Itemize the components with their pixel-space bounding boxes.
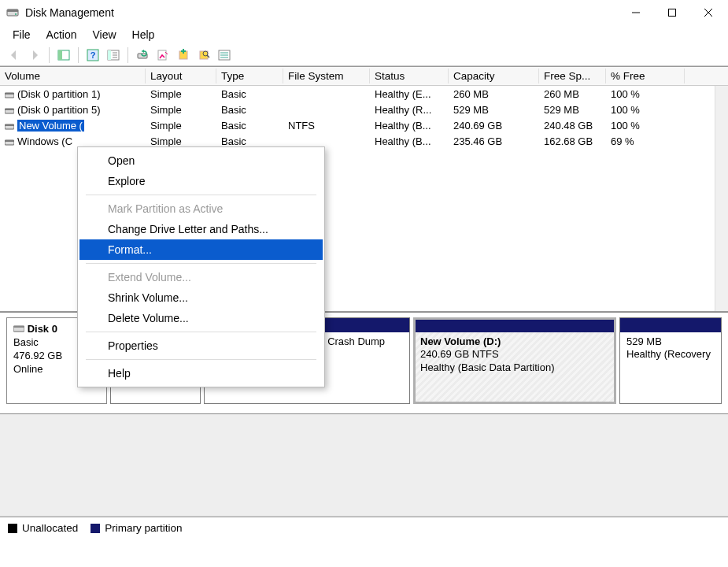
partition-size: 529 MB (626, 335, 715, 348)
partition-size: 240.69 GB NTFS (420, 348, 609, 361)
partition-color-band (414, 318, 615, 332)
cell-layout: Simple (146, 103, 216, 117)
column-header-capacity[interactable]: Capacity (449, 69, 539, 83)
toolbar-separator (127, 47, 128, 63)
svg-rect-1 (7, 9, 18, 12)
context-menu-item[interactable]: Explore (79, 171, 323, 191)
column-header-volume[interactable]: Volume (0, 69, 146, 83)
cell-free: 240.48 GB (539, 119, 606, 132)
context-menu-item[interactable]: Change Drive Letter and Paths... (79, 219, 323, 239)
svg-point-2 (15, 13, 17, 15)
disk-size: 476.92 GB (13, 350, 62, 361)
column-header-status[interactable]: Status (370, 69, 449, 83)
cell-fs (283, 109, 370, 110)
partition-status: Healthy (Recovery (626, 348, 715, 361)
list-button[interactable] (215, 46, 234, 65)
disk-type: Basic (13, 336, 39, 348)
cell-pct: 100 % (606, 87, 685, 101)
show-hide-tree-button[interactable] (54, 46, 73, 65)
menu-file[interactable]: File (5, 27, 39, 43)
menu-help[interactable]: Help (124, 27, 163, 43)
refresh-button[interactable] (133, 46, 152, 65)
context-menu-item: Mark Partition as Active (79, 198, 323, 219)
menu-bar: File Action View Help (0, 25, 728, 44)
svg-text:?: ? (91, 50, 96, 60)
forward-button[interactable] (25, 46, 44, 65)
cell-fs (283, 140, 370, 142)
drive-icon (5, 106, 14, 113)
column-header-type[interactable]: Type (216, 69, 283, 83)
title-bar: Disk Management (0, 0, 728, 25)
volume-row[interactable]: (Disk 0 partition 5)SimpleBasicHealthy (… (0, 102, 728, 117)
toolbar: ? (0, 44, 728, 66)
volume-list-header: Volume Layout Type File System Status Ca… (0, 67, 728, 86)
context-menu-item[interactable]: Properties (79, 335, 323, 356)
context-menu: OpenExploreMark Partition as ActiveChang… (77, 146, 325, 387)
cell-type: Basic (216, 87, 283, 101)
minimize-button[interactable] (618, 1, 654, 24)
help-button[interactable]: ? (83, 46, 102, 65)
cell-type: Basic (216, 119, 283, 132)
volume-name: (Disk 0 partition 1) (17, 88, 100, 100)
settings-button[interactable] (104, 46, 123, 65)
column-header-pctfree[interactable]: % Free (606, 69, 685, 83)
volume-name: Windows (C (17, 135, 72, 147)
column-header-layout[interactable]: Layout (146, 69, 216, 83)
partition-color-band (620, 318, 721, 332)
disk-name: Disk 0 (28, 323, 57, 335)
partition[interactable]: 529 MBHealthy (Recovery (619, 317, 722, 404)
context-menu-item[interactable]: Help (79, 363, 323, 384)
context-menu-item[interactable]: Delete Volume... (79, 308, 323, 328)
context-menu-item[interactable]: Format... (79, 239, 323, 260)
partition-name: New Volume (D:) (420, 335, 609, 348)
cell-layout: Simple (146, 119, 216, 132)
svg-rect-33 (5, 140, 14, 142)
disk-icon (13, 323, 24, 335)
cell-pct: 69 % (606, 135, 685, 148)
context-menu-item[interactable]: Shrink Volume... (79, 287, 323, 308)
toolbar-separator (78, 47, 79, 63)
legend-unallocated: Unallocated (8, 522, 78, 534)
rescan-button[interactable] (153, 46, 172, 65)
drive-icon (5, 137, 14, 145)
cell-status: Healthy (B... (370, 135, 449, 148)
app-icon (6, 6, 19, 19)
scrollbar[interactable] (715, 86, 728, 311)
cell-status: Healthy (E... (370, 87, 449, 101)
cell-capacity: 235.46 GB (449, 135, 539, 148)
new-button[interactable] (174, 46, 193, 65)
context-menu-item: Extend Volume... (79, 267, 323, 287)
svg-rect-4 (669, 9, 676, 17)
maximize-button[interactable] (654, 1, 690, 24)
cell-layout: Simple (146, 87, 216, 101)
back-button[interactable] (5, 46, 24, 65)
cell-fs (283, 93, 370, 94)
menu-separator (86, 263, 316, 264)
svg-rect-29 (5, 109, 14, 110)
cell-capacity: 260 MB (449, 87, 539, 101)
disk-status: Online (13, 363, 43, 375)
toolbar-separator (49, 47, 50, 63)
cell-type: Basic (216, 135, 283, 148)
cell-free: 529 MB (539, 103, 606, 117)
cell-capacity: 529 MB (449, 103, 539, 117)
svg-rect-12 (108, 50, 111, 60)
volume-row[interactable]: New Volume (SimpleBasicNTFSHealthy (B...… (0, 117, 728, 133)
cell-type: Basic (216, 103, 283, 117)
cell-capacity: 240.69 GB (449, 119, 539, 132)
menu-action[interactable]: Action (39, 27, 85, 43)
legend-primary: Primary partition (91, 522, 182, 534)
column-header-free[interactable]: Free Sp... (539, 69, 606, 83)
find-button[interactable] (194, 46, 213, 65)
partition[interactable]: New Volume (D:)240.69 GB NTFSHealthy (Ba… (413, 317, 616, 404)
cell-pct: 100 % (606, 103, 685, 117)
empty-area (0, 414, 728, 517)
column-header-filesystem[interactable]: File System (283, 69, 370, 83)
svg-rect-8 (58, 50, 62, 60)
context-menu-item[interactable]: Open (79, 150, 323, 171)
volume-row[interactable]: (Disk 0 partition 1)SimpleBasicHealthy (… (0, 86, 728, 102)
menu-view[interactable]: View (84, 27, 124, 43)
close-button[interactable] (690, 1, 726, 24)
menu-separator (86, 359, 316, 360)
drive-icon (5, 90, 14, 98)
